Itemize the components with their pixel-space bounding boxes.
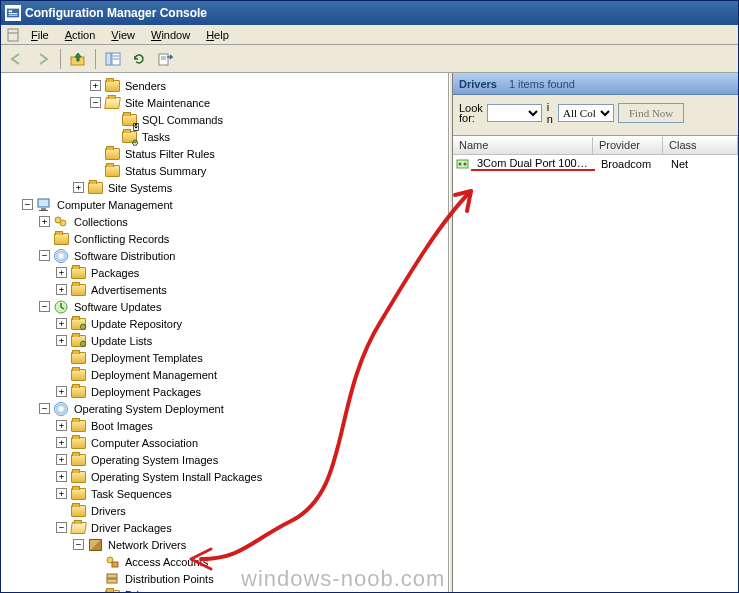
tree-node-deployment-management[interactable]: Deployment Management [56,366,448,383]
tree-node-conflicting-records[interactable]: Conflicting Records [39,230,448,247]
expander-icon[interactable]: + [39,216,50,227]
tree-node-tasks[interactable]: Tasks [107,128,448,145]
updates-icon [53,299,69,315]
right-pane-count: 1 items found [509,78,575,90]
cell-name: 3Com Dual Port 1000-S... [471,157,595,171]
svg-rect-15 [41,208,46,210]
expander-icon[interactable]: − [90,97,101,108]
expander-icon[interactable]: + [56,267,67,278]
expander-icon[interactable]: + [56,318,67,329]
menu-view[interactable]: View [103,27,143,43]
expander-icon[interactable]: + [56,386,67,397]
tree-node-network-drivers[interactable]: −Network Drivers [73,536,448,553]
expander-icon[interactable]: + [56,284,67,295]
tree-node-drivers[interactable]: Drivers [56,502,448,519]
tree-node-access-accounts[interactable]: Access Accounts [90,553,448,570]
tree-node-computer-association[interactable]: +Computer Association [56,434,448,451]
disk-icon [53,401,69,417]
folder-icon [70,333,86,349]
tree-node-os-images[interactable]: +Operating System Images [56,451,448,468]
col-provider[interactable]: Provider [593,137,663,154]
tree-node-deployment-packages[interactable]: +Deployment Packages [56,383,448,400]
svg-rect-14 [38,199,49,207]
expander-icon[interactable]: + [56,471,67,482]
tree-node-collections[interactable]: +Collections [39,213,448,230]
list-pane[interactable]: Name Provider Class 3Com Dual Port 1000-… [453,136,738,592]
tree-node-computer-management[interactable]: −Computer Management [22,196,448,213]
col-name[interactable]: Name [453,137,593,154]
tree-node-boot-images[interactable]: +Boot Images [56,417,448,434]
tree: +Senders −Site Maintenance SQL Commands … [5,77,448,592]
right-pane-title: Drivers [459,78,497,90]
expander-icon[interactable]: + [56,420,67,431]
tree-node-update-lists[interactable]: +Update Lists [56,332,448,349]
folder-icon [70,350,86,366]
right-pane-header: Drivers 1 items found [453,73,738,95]
tree-node-task-sequences[interactable]: +Task Sequences [56,485,448,502]
tree-node-software-distribution[interactable]: −Software Distribution [39,247,448,264]
up-level-button[interactable] [66,48,90,70]
in-label: in [546,101,554,125]
nav-forward-button[interactable] [31,48,55,70]
window-title: Configuration Manager Console [25,6,207,20]
list-row[interactable]: 3Com Dual Port 1000-S... Broadcom Net [453,155,738,173]
tree-node-sql-commands[interactable]: SQL Commands [107,111,448,128]
menu-action[interactable]: Action [57,27,104,43]
tree-node-driver-packages[interactable]: −Driver Packages [56,519,448,536]
tree-node-osd[interactable]: −Operating System Deployment [39,400,448,417]
collections-icon [53,214,69,230]
tree-node-senders[interactable]: +Senders [90,77,448,94]
tree-pane[interactable]: +Senders −Site Maintenance SQL Commands … [1,73,449,592]
tree-node-drivers-sub[interactable]: Drivers [90,587,448,592]
find-now-button[interactable]: Find Now [618,103,684,123]
expander-icon[interactable]: + [56,335,67,346]
show-hide-tree-button[interactable] [101,48,125,70]
menu-help[interactable]: Help [198,27,237,43]
folder-up-icon [70,51,86,67]
folder-icon [70,316,86,332]
tree-node-site-maintenance[interactable]: −Site Maintenance [90,94,448,111]
menu-window[interactable]: Window [143,27,198,43]
expander-icon[interactable]: + [56,437,67,448]
expander-icon[interactable]: − [39,250,50,261]
cell-provider: Broadcom [595,158,665,170]
refresh-icon [131,51,147,67]
folder-icon [104,146,120,162]
svg-rect-4 [8,29,18,41]
menu-file[interactable]: File [23,27,57,43]
expander-icon[interactable]: − [39,301,50,312]
expander-icon[interactable]: − [39,403,50,414]
expander-icon[interactable]: + [73,182,84,193]
tree-node-advertisements[interactable]: +Advertisements [56,281,448,298]
expander-icon[interactable]: + [90,80,101,91]
expander-icon[interactable]: + [56,488,67,499]
folder-icon [70,418,86,434]
expander-icon[interactable]: − [22,199,33,210]
tree-node-update-repository[interactable]: +Update Repository [56,315,448,332]
export-list-button[interactable] [153,48,177,70]
folder-icon [87,180,103,196]
folder-icon [70,384,86,400]
tree-node-packages[interactable]: +Packages [56,264,448,281]
refresh-button[interactable] [127,48,151,70]
tree-node-site-systems[interactable]: +Site Systems [73,179,448,196]
tree-node-distribution-points[interactable]: Distribution Points [90,570,448,587]
expander-icon[interactable]: − [73,539,84,550]
col-class[interactable]: Class [663,137,738,154]
in-columns-select[interactable]: All Col [558,104,614,122]
search-bar: Lookfor: in All Col Find Now [453,95,738,136]
tree-pane-icon [105,51,121,67]
expander-icon[interactable]: + [56,454,67,465]
look-for-select[interactable] [487,104,542,122]
app-window: Configuration Manager Console File Actio… [0,0,739,593]
nav-back-button[interactable] [5,48,29,70]
expander-icon[interactable]: − [56,522,67,533]
tree-node-deployment-templates[interactable]: Deployment Templates [56,349,448,366]
tree-node-software-updates[interactable]: −Software Updates [39,298,448,315]
server-icon [104,571,120,587]
tree-node-status-filter-rules[interactable]: Status Filter Rules [90,145,448,162]
tree-node-status-summary[interactable]: Status Summary [90,162,448,179]
svg-point-26 [464,163,467,166]
tree-node-os-install-packages[interactable]: +Operating System Install Packages [56,468,448,485]
svg-point-25 [459,163,462,166]
